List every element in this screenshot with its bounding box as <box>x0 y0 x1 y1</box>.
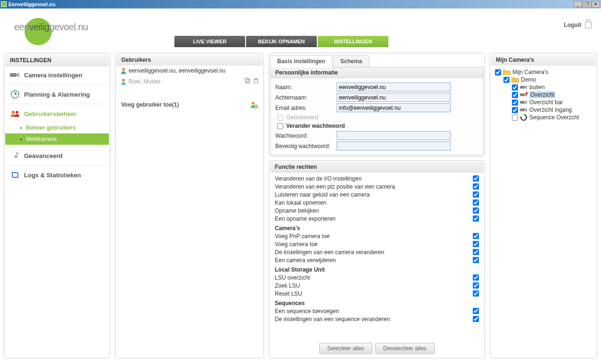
name-input[interactable] <box>337 83 451 91</box>
password-input[interactable] <box>337 131 451 140</box>
camera-tree: Mijn Camera's Demo buitenOverzichtOverzi… <box>491 66 596 124</box>
deselect-all-button[interactable]: Deselecteer alles <box>375 343 435 354</box>
minimize-button[interactable]: _ <box>574 1 582 8</box>
tree-checkbox[interactable] <box>512 84 518 91</box>
svg-point-8 <box>122 68 125 71</box>
svg-point-15 <box>252 102 255 105</box>
sidebar-item-logs[interactable]: Logs & Statistieken <box>5 166 109 183</box>
sidebar-sub-label: Beheer gebruikers <box>26 124 75 131</box>
select-all-button[interactable]: Selecteer alles <box>319 343 372 354</box>
maximize-button[interactable]: ❐ <box>583 1 591 8</box>
name-label: Naam: <box>275 84 337 91</box>
tree-camera-item[interactable]: Overzicht ingang <box>493 106 594 114</box>
logo-text-post: gevoel.nu <box>49 22 88 32</box>
tree-camera-item[interactable]: buiten <box>493 83 594 91</box>
tree-camera-item[interactable]: Sequence Overzcht <box>493 114 594 121</box>
svg-marker-1 <box>16 73 19 77</box>
right-checkbox[interactable] <box>473 316 479 322</box>
right-checkbox[interactable] <box>473 183 479 190</box>
right-checkbox[interactable] <box>473 308 479 314</box>
tab-settings[interactable]: INSTELLINGEN <box>318 36 388 47</box>
tree-checkbox[interactable] <box>512 99 518 106</box>
app-header: eenveiliggevoel.nu LIVE VIEWER BEKIJK OP… <box>0 8 601 47</box>
person-icon <box>120 67 127 74</box>
password-label: Wachtwoord: <box>275 132 337 139</box>
user-name: Roel, Mulder <box>129 78 161 85</box>
sidebar-item-advanced[interactable]: Geavanceerd <box>5 147 109 164</box>
sidebar-item-planning[interactable]: Planning & Alarmering <box>5 86 109 103</box>
email-input[interactable] <box>337 103 451 112</box>
cameras-panel: Mijn Camera's Mijn Camera's Demo buitenO… <box>490 53 597 358</box>
right-checkbox[interactable] <box>473 199 479 206</box>
tree-checkbox[interactable] <box>512 92 518 98</box>
tree-camera-item[interactable]: Overzicht <box>493 91 594 99</box>
svg-point-5 <box>12 111 15 114</box>
add-user-button[interactable]: Voeg gebruiker toe(1) <box>116 87 263 111</box>
right-checkbox[interactable] <box>473 191 479 198</box>
right-checkbox[interactable] <box>473 175 479 182</box>
right-checkbox[interactable] <box>473 215 479 222</box>
right-checkbox[interactable] <box>473 257 479 263</box>
user-row[interactable]: eenveiliggevoel.nu, eenveiliggevoel.nu <box>116 66 263 76</box>
right-checkbox[interactable] <box>473 249 479 255</box>
right-checkbox[interactable] <box>473 233 479 239</box>
right-checkbox[interactable] <box>473 207 479 214</box>
tab-live-viewer[interactable]: LIVE VIEWER <box>174 36 245 47</box>
tab-recordings[interactable]: BEKIJK OPNAMEN <box>246 36 317 47</box>
right-checkbox[interactable] <box>473 241 479 247</box>
right-label: Een sequence toevoegen <box>275 308 473 314</box>
email-label: Email adres: <box>275 105 337 111</box>
rights-panel: Functie rechten Veranderen van de I/O in… <box>269 160 485 358</box>
app-icon <box>1 1 7 7</box>
close-button[interactable]: ✕ <box>592 1 600 8</box>
tree-camera-item[interactable]: Overzicht bar <box>493 99 594 106</box>
logo-text-mid: veilig <box>29 22 49 32</box>
right-label: De instellingen van een camera verandere… <box>275 249 473 256</box>
svg-rect-26 <box>520 108 525 111</box>
svg-rect-7 <box>13 173 17 177</box>
tab-schema[interactable]: Schema <box>333 55 369 67</box>
blocked-checkbox[interactable] <box>277 115 283 121</box>
right-checkbox[interactable] <box>473 290 479 297</box>
rights-list: Veranderen van de I/O instellingenVerand… <box>270 173 484 340</box>
right-row: Voeg camera toe <box>275 240 479 248</box>
sidebar-item-users[interactable]: Gebruikersbeheer <box>5 105 109 122</box>
logout-button[interactable]: Loguit <box>564 22 592 28</box>
right-checkbox[interactable] <box>473 274 479 281</box>
tree-checkbox[interactable] <box>495 69 501 75</box>
user-name: eenveiliggevoel.nu, eenveiliggevoel.nu <box>129 67 226 74</box>
change-password-label: Verander wachtwoord <box>286 123 345 129</box>
copy-icon[interactable] <box>245 78 250 85</box>
change-password-checkbox[interactable] <box>277 123 283 129</box>
svg-marker-27 <box>525 108 527 112</box>
right-label: Opname bekijken <box>275 207 473 214</box>
trash-icon[interactable] <box>253 78 259 85</box>
svg-point-9 <box>122 79 125 82</box>
tree-folder-demo[interactable]: Demo <box>493 76 594 83</box>
sidebar-item-label: Camera instellingen <box>24 72 82 79</box>
svg-marker-25 <box>525 100 527 104</box>
svg-rect-24 <box>520 101 525 104</box>
tab-basic-settings[interactable]: Basis instellingen <box>270 55 332 67</box>
folder-icon <box>511 76 519 83</box>
user-row[interactable]: Roel, Mulder <box>116 76 263 87</box>
right-checkbox[interactable] <box>473 282 479 289</box>
tree-checkbox[interactable] <box>512 107 518 113</box>
window-titlebar: Eenveiliggevoel.nu _ ❐ ✕ <box>0 0 601 8</box>
surname-input[interactable] <box>337 93 451 102</box>
tree-checkbox[interactable] <box>503 77 510 83</box>
right-label: Veranderen van een ptz positie van een c… <box>275 183 473 190</box>
svg-point-6 <box>16 111 18 114</box>
surname-label: Achternaam: <box>275 94 337 101</box>
right-label: Kan lokaal opnemen <box>275 199 473 206</box>
sidebar-sub-manage-users[interactable]: Beheer gebruikers <box>5 122 109 133</box>
sidebar-item-camera-settings[interactable]: Camera instellingen <box>5 66 109 83</box>
tree-root[interactable]: Mijn Camera's <box>493 68 594 76</box>
top-nav: LIVE VIEWER BEKIJK OPNAMEN INSTELLINGEN <box>174 36 389 47</box>
tree-checkbox[interactable] <box>512 115 518 121</box>
right-label: Een camera verwijderen <box>275 257 473 264</box>
svg-rect-19 <box>520 86 525 89</box>
sidebar-sub-meldkamers[interactable]: Meldkamers <box>5 133 109 145</box>
sidebar-title: INSTELLINGEN <box>5 54 109 66</box>
confirm-password-input[interactable] <box>337 141 451 150</box>
